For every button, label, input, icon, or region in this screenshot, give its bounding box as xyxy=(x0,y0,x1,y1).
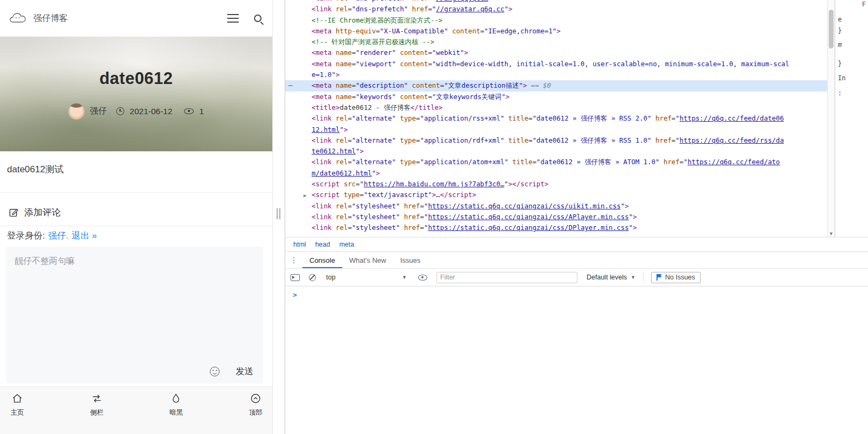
code-line[interactable]: <link rel="alternate" type="application/… xyxy=(285,135,827,146)
code-line[interactable]: <link rel="stylesheet" href="https://sta… xyxy=(285,201,827,212)
code-link[interactable]: https://q6q.cc/feed/ato xyxy=(688,158,780,166)
code-link[interactable]: //img.qqyqce… xyxy=(436,0,488,2)
code-token: " xyxy=(675,136,679,144)
code-token: e=1.0" xyxy=(312,71,336,79)
code-token: "stylesheet" xyxy=(352,223,400,232)
log-levels-select[interactable]: Default levels ▼ xyxy=(587,274,636,281)
nav-item-dark-mode[interactable]: 暗黑 xyxy=(161,393,190,434)
code-link[interactable]: //gravatar.q6q.cc xyxy=(436,5,504,13)
breadcrumb-head[interactable]: head xyxy=(315,241,330,248)
code-line[interactable]: <meta http-equiv="X-UA-Compatible" conte… xyxy=(285,26,827,37)
tab-console[interactable]: Console xyxy=(302,252,342,268)
code-token: = xyxy=(352,48,356,57)
code-link[interactable]: https://q6q.cc/feed/rss/da xyxy=(680,136,784,144)
code-line[interactable]: e=1.0"> xyxy=(285,69,827,80)
breadcrumb-html[interactable]: html xyxy=(293,241,306,248)
author-name: 强仔 xyxy=(90,106,107,117)
code-token: "date0612 » 强仔博客 » RSS 1.0" xyxy=(532,136,651,144)
scrollbar-thumb[interactable] xyxy=(829,10,834,48)
no-issues-button[interactable]: No Issues xyxy=(651,272,701,283)
code-token: = xyxy=(420,202,424,210)
nav-item-back-to-top[interactable]: 顶部 xyxy=(241,393,270,434)
code-token: src xyxy=(344,180,356,188)
code-token: rel xyxy=(336,213,348,221)
code-line[interactable]: <title>date0612 - 强仔博客</title> xyxy=(285,102,827,113)
styles-fragment: } xyxy=(838,27,842,34)
nav-item-sidebar[interactable]: 侧栏 xyxy=(82,393,111,434)
breadcrumb-meta[interactable]: meta xyxy=(339,241,354,248)
clear-console-icon[interactable] xyxy=(309,274,316,281)
line-actions-icon[interactable]: ⋯ xyxy=(288,80,292,91)
code-line[interactable]: 12.html"> xyxy=(285,124,827,135)
code-link[interactable]: https://q6q.cc/feed/date06 xyxy=(680,114,784,122)
live-expression-eye-icon[interactable] xyxy=(418,275,427,281)
scrollbar-down-arrow-icon[interactable]: ▼ xyxy=(828,231,835,236)
resize-handle[interactable] xyxy=(277,208,280,219)
devtools: <link rel="dns-prefetch" href="//img.qqy… xyxy=(285,0,868,434)
code-line[interactable]: <script src="https://hm.baidu.com/hm.js?… xyxy=(285,179,827,190)
code-line[interactable]: <!-- 针对国产浏览器开启极速内核 --> xyxy=(285,37,827,47)
site-logo[interactable]: 强仔博客 xyxy=(9,11,68,25)
code-line[interactable]: <link rel="alternate" type="application/… xyxy=(285,113,827,124)
console-filter-input[interactable] xyxy=(436,272,577,283)
logout-link[interactable]: 退出 » xyxy=(72,230,97,242)
code-token: "IE=edge,chrome=1" xyxy=(484,27,556,35)
cloud-logo-icon xyxy=(9,11,30,25)
nav-item-home[interactable]: 主页 xyxy=(3,393,32,434)
logged-in-user-link[interactable]: 强仔. xyxy=(48,230,69,242)
code-link[interactable]: te0612.html xyxy=(312,147,356,155)
login-status-row: 登录身份: 强仔. 退出 » xyxy=(7,227,97,245)
code-token: name xyxy=(336,81,352,89)
code-token: "文章description描述" xyxy=(444,81,523,89)
code-token: = xyxy=(428,60,432,68)
code-line[interactable]: <!--IE Chrome浏览器的页面渲染方式--> xyxy=(285,15,827,26)
code-line[interactable]: <meta name="keywords" content="文章keyword… xyxy=(285,92,827,102)
code-token: > xyxy=(464,48,468,57)
code-line[interactable]: te0612.html"> xyxy=(285,146,827,157)
code-line[interactable]: ⋯<meta name="description" content="文章des… xyxy=(285,80,827,91)
blog-page: 强仔博客 date0612 强仔 2021-06-12 1 date0612测试 xyxy=(0,0,273,434)
code-line[interactable]: <link rel="alternate" type="application/… xyxy=(285,157,827,167)
execution-context-select[interactable]: top ▼ xyxy=(326,274,407,281)
send-comment-button[interactable]: 发送 xyxy=(236,366,253,377)
code-line[interactable]: <meta name="renderer" content="webkit"> xyxy=(285,47,827,58)
code-token: = xyxy=(352,81,356,89)
code-token: name xyxy=(336,60,352,68)
code-token: "application/atom+xml" xyxy=(420,158,508,166)
code-token: = xyxy=(352,93,356,101)
code-line[interactable]: <link rel="dns-prefetch" href="//gravata… xyxy=(285,4,827,15)
code-link[interactable]: 12.html xyxy=(312,125,340,134)
search-icon[interactable] xyxy=(254,15,262,22)
menu-icon[interactable] xyxy=(227,14,239,23)
code-line[interactable]: m/date0612.html"> xyxy=(285,168,827,179)
code-token xyxy=(340,180,343,188)
elements-scrollbar[interactable]: ▼ xyxy=(827,0,835,237)
nav-label: 顶部 xyxy=(249,408,262,417)
code-token: content xyxy=(400,48,428,57)
code-link[interactable]: m/date0612.html xyxy=(312,169,372,177)
code-link[interactable]: https://static.q6q.cc/qiangzai/css/uikit… xyxy=(428,202,620,210)
code-line[interactable]: ▶<script type="text/javascript">…</scrip… xyxy=(285,190,827,200)
code-link[interactable]: https://hm.baidu.com/hm.js?7abf3c0… xyxy=(364,180,504,188)
code-line[interactable]: <link rel="dns-prefetch" href="//img.qqy… xyxy=(285,0,827,4)
code-token: <meta xyxy=(312,48,331,57)
comment-input[interactable] xyxy=(6,247,263,357)
drawer-menu-icon[interactable]: ⋮ xyxy=(285,252,302,268)
code-token: href xyxy=(404,223,420,232)
hero-background-image xyxy=(0,37,272,151)
tab-whats-new[interactable]: What's New xyxy=(342,252,393,268)
code-link[interactable]: https://static.q6q.cc/qiangzai/css/APlay… xyxy=(428,213,629,221)
emoji-smiley-icon[interactable] xyxy=(210,367,220,376)
code-line[interactable]: <link rel="stylesheet" href="https://sta… xyxy=(285,222,827,233)
code-token: = xyxy=(352,60,356,68)
code-token: </script> xyxy=(440,191,476,199)
console-input-area[interactable]: > xyxy=(285,286,868,434)
code-link[interactable]: https://static.q6q.cc/qiangzai/css/DPlay… xyxy=(428,223,629,232)
code-token: <link xyxy=(312,202,331,210)
console-sidebar-icon[interactable] xyxy=(291,274,300,281)
expand-arrow-icon[interactable]: ▶ xyxy=(304,190,306,201)
tab-issues[interactable]: Issues xyxy=(393,252,428,268)
code-token: <link xyxy=(312,5,331,13)
code-line[interactable]: <meta name="viewport" content="width=dev… xyxy=(285,59,827,69)
code-line[interactable]: <link rel="stylesheet" href="https://sta… xyxy=(285,212,827,222)
